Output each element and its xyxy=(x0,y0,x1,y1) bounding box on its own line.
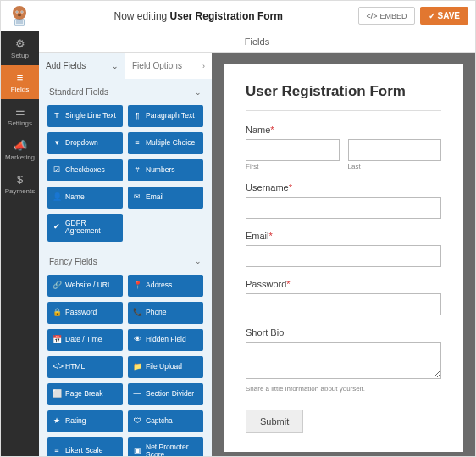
fields-panel: Add Fields⌄ Field Options› Standard Fiel… xyxy=(39,53,212,456)
svg-point-3 xyxy=(16,11,17,12)
dropdown-icon: ▾ xyxy=(53,139,61,148)
field-username: Username* xyxy=(246,182,441,219)
field-type-label: Name xyxy=(65,193,85,201)
page-break-icon: ⬜ xyxy=(53,390,61,398)
label-bio: Short Bio xyxy=(246,327,441,337)
sliders-icon: ⚌ xyxy=(15,105,25,118)
input-last-name[interactable] xyxy=(348,139,442,161)
field-type-address[interactable]: 📍Address xyxy=(128,275,203,297)
input-bio[interactable] xyxy=(246,342,441,379)
form-title: User Registration Form xyxy=(246,83,441,111)
input-first-name[interactable] xyxy=(246,139,340,161)
field-type-label: Single Line Text xyxy=(65,112,116,120)
field-type-html[interactable]: </>HTML xyxy=(47,356,123,378)
field-type-file-upload[interactable]: 📁File Upload xyxy=(128,356,203,378)
chevron-down-icon: ⌄ xyxy=(195,257,202,265)
input-password[interactable] xyxy=(246,293,441,315)
field-type-phone[interactable]: 📞Phone xyxy=(128,302,203,324)
field-type-label: GDPR Agreement xyxy=(65,220,118,236)
paragraph-icon: ¶ xyxy=(133,112,141,120)
chevron-right-icon: › xyxy=(202,62,205,70)
label-email: Email* xyxy=(246,231,441,241)
field-type-hidden-field[interactable]: 👁Hidden Field xyxy=(128,329,203,351)
sublabel-first: First xyxy=(246,163,340,170)
field-type-label: Numbers xyxy=(146,166,174,174)
group-fancy-fields[interactable]: Fancy Fields⌄ xyxy=(39,248,212,275)
eye-off-icon: 👁 xyxy=(133,336,141,344)
field-type-net-promoter-score[interactable]: ▣Net Promoter Score xyxy=(128,437,203,456)
field-type-paragraph-text[interactable]: ¶Paragraph Text xyxy=(128,105,203,127)
field-type-gdpr-agreement[interactable]: ✔GDPR Agreement xyxy=(47,214,123,242)
nps-icon: ▣ xyxy=(133,447,141,455)
field-type-single-line-text[interactable]: TSingle Line Text xyxy=(47,105,123,127)
code-icon: </> xyxy=(53,363,61,371)
save-button[interactable]: ✓ SAVE xyxy=(420,7,469,25)
left-nav: ⚙ Setup ≡ Fields ⚌ Settings 📣 Marketing … xyxy=(1,31,39,456)
field-type-likert-scale[interactable]: ≡Likert Scale xyxy=(47,437,123,456)
dollar-icon: $ xyxy=(17,173,23,186)
field-bio: Short Bio Share a little information abo… xyxy=(246,327,441,393)
input-username[interactable] xyxy=(246,197,441,219)
choice-icon: ≡ xyxy=(133,139,141,148)
field-type-multiple-choice[interactable]: ≡Multiple Choice xyxy=(128,132,203,154)
field-type-label: Date / Time xyxy=(65,336,102,343)
nav-fields[interactable]: ≡ Fields xyxy=(1,65,39,99)
field-type-label: Hidden Field xyxy=(146,336,186,343)
field-type-rating[interactable]: ★Rating xyxy=(47,410,123,432)
field-type-label: Email xyxy=(146,193,163,201)
numbers-icon: # xyxy=(133,166,141,175)
label-password: Password* xyxy=(246,279,441,289)
embed-button[interactable]: </> EMBED xyxy=(358,7,414,25)
bio-description: Share a little information about yoursel… xyxy=(246,385,441,393)
field-type-email[interactable]: ✉Email xyxy=(128,187,203,209)
calendar-icon: 📅 xyxy=(53,336,61,344)
field-name: Name* First Last xyxy=(246,125,441,170)
form-preview: User Registration Form Name* First Last xyxy=(212,53,475,456)
input-email[interactable] xyxy=(246,245,441,267)
field-type-label: Paragraph Text xyxy=(146,112,195,120)
field-type-numbers[interactable]: #Numbers xyxy=(128,159,203,181)
likert-icon: ≡ xyxy=(53,447,61,455)
submit-button[interactable]: Submit xyxy=(246,410,303,433)
field-type-label: HTML xyxy=(65,363,85,371)
link-icon: 🔗 xyxy=(53,281,61,290)
label-name: Name* xyxy=(246,125,441,135)
text-icon: T xyxy=(53,112,61,120)
field-type-password[interactable]: 🔒Password xyxy=(47,302,123,324)
divider-icon: — xyxy=(133,390,141,398)
group-standard-fields[interactable]: Standard Fields⌄ xyxy=(39,79,212,105)
nav-settings[interactable]: ⚌ Settings xyxy=(1,99,39,133)
checkbox-icon: ☑ xyxy=(53,166,61,175)
field-type-label: Address xyxy=(146,281,172,289)
field-type-checkboxes[interactable]: ☑Checkboxes xyxy=(47,159,123,181)
nav-marketing[interactable]: 📣 Marketing xyxy=(1,133,39,167)
list-icon: ≡ xyxy=(17,71,24,84)
field-type-date-time[interactable]: 📅Date / Time xyxy=(47,329,123,351)
svg-point-4 xyxy=(21,11,22,12)
field-type-website-url[interactable]: 🔗Website / URL xyxy=(47,275,123,297)
field-type-captcha[interactable]: 🛡Captcha xyxy=(128,410,203,432)
svg-point-5 xyxy=(18,14,21,15)
field-type-section-divider[interactable]: —Section Divider xyxy=(128,383,203,405)
gear-icon: ⚙ xyxy=(15,37,25,50)
field-email: Email* xyxy=(246,231,441,267)
check-icon: ✓ xyxy=(429,11,435,20)
field-type-label: Dropdown xyxy=(65,139,98,147)
field-type-name[interactable]: 👤Name xyxy=(47,187,123,209)
email-icon: ✉ xyxy=(133,193,141,202)
nav-payments[interactable]: $ Payments xyxy=(1,167,39,201)
field-type-label: Page Break xyxy=(65,390,102,398)
field-type-label: Checkboxes xyxy=(65,166,105,174)
nav-setup[interactable]: ⚙ Setup xyxy=(1,31,39,65)
field-type-dropdown[interactable]: ▾Dropdown xyxy=(47,132,123,154)
field-type-label: Likert Scale xyxy=(65,447,102,454)
field-type-label: Net Promoter Score xyxy=(146,443,198,456)
chevron-down-icon: ⌄ xyxy=(195,88,202,97)
field-type-label: Section Divider xyxy=(146,390,194,398)
field-type-page-break[interactable]: ⬜Page Break xyxy=(47,383,123,405)
gdpr-icon: ✔ xyxy=(53,223,61,231)
pin-icon: 📍 xyxy=(133,281,141,290)
tab-field-options[interactable]: Field Options› xyxy=(125,53,212,79)
field-type-label: Rating xyxy=(65,417,86,425)
tab-add-fields[interactable]: Add Fields⌄ xyxy=(39,53,125,79)
